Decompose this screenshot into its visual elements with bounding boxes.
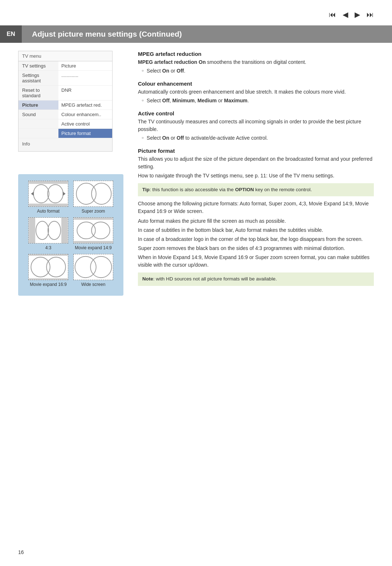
diagram-super-zoom: Super zoom <box>73 181 113 214</box>
svg-point-3 <box>48 185 63 203</box>
note-box: Note: with HD sources not all picture fo… <box>138 272 374 286</box>
svg-point-2 <box>33 185 49 203</box>
diagram-auto-format: Auto format <box>28 181 68 214</box>
prev-icon[interactable]: ◀ <box>343 10 348 19</box>
top-navigation: ⏮ ◀ ▶ ⏭ <box>329 10 374 19</box>
menu-row-tv-settings: TV settings Picture <box>19 61 112 71</box>
colour-heading: Colour enhancement <box>138 81 374 87</box>
svg-point-15 <box>91 222 110 239</box>
svg-marker-5 <box>63 192 66 196</box>
super-zoom-label: Super zoom <box>82 209 105 214</box>
super-zoom-frame <box>73 181 113 207</box>
svg-rect-8 <box>29 218 36 243</box>
menu-value-picture-format: Picture format <box>58 129 112 138</box>
menu-label-settings-assistant: Settings assistant <box>19 71 58 85</box>
info-label: Info <box>22 141 30 147</box>
svg-point-6 <box>76 183 96 204</box>
page-number: 16 <box>18 549 24 555</box>
page-title: Adjust picture menu settings (Continued) <box>22 25 392 43</box>
mpeg-body: MPEG artefact reduction On smoothens the… <box>138 58 374 66</box>
movie169-label: Movie expand 16:9 <box>30 282 66 287</box>
diagrams-background: Auto format Super zoom <box>18 174 123 296</box>
svg-point-10 <box>36 221 49 240</box>
menu-row-picture: Picture MPEG artefact red. <box>19 101 112 110</box>
tip-box: Tip: this function is also accessible vi… <box>138 183 374 196</box>
svg-point-19 <box>46 257 66 277</box>
svg-rect-1 <box>29 204 68 206</box>
picture-format-body6: In case of a broadcaster logo in the cor… <box>138 235 374 243</box>
mpeg-bullet-text: Select On or Off. <box>147 67 185 75</box>
diagram-row-3: Movie expand 16:9 Wide screen <box>23 254 118 287</box>
bullet-dot-1: ○ <box>142 68 144 73</box>
diagram-row-2: 4:3 Movie expand 14:9 <box>23 217 118 250</box>
menu-label-picture: Picture <box>19 101 58 110</box>
tv-menu-header: TV menu <box>19 51 112 61</box>
diagram-wide-screen: Wide screen <box>73 254 113 287</box>
auto-format-frame <box>28 181 68 207</box>
menu-label-sound: Sound <box>19 110 58 119</box>
svg-marker-4 <box>31 192 34 196</box>
picture-format-body7: Super zoom removes the black bars on the… <box>138 245 374 252</box>
active-heading: Active control <box>138 110 374 116</box>
language-badge: EN <box>0 25 22 43</box>
diagram-row-1: Auto format Super zoom <box>23 181 118 214</box>
svg-rect-0 <box>29 181 68 184</box>
wide-screen-frame <box>73 254 113 280</box>
active-bullet-text: Select On or Off to activate/de-activate… <box>147 134 268 142</box>
svg-point-7 <box>91 183 111 204</box>
picture-format-body1: This allows you to adjust the size of th… <box>138 155 374 171</box>
menu-label-empty1 <box>19 119 58 128</box>
menu-row-settings-assistant: Settings assistant ............. <box>19 71 112 86</box>
picture-format-heading: Picture format <box>138 148 374 154</box>
mpeg-bullet: ○ Select On or Off. <box>142 67 374 75</box>
picture-format-body3: Choose among the following picture forma… <box>138 200 374 215</box>
43-label: 4:3 <box>45 245 52 250</box>
svg-point-14 <box>77 222 95 239</box>
svg-point-21 <box>90 257 111 278</box>
colour-body: Automatically controls green enhancement… <box>138 88 374 96</box>
colour-bullet-text: Select Off, Minimum, Medium or Maximum. <box>147 97 249 104</box>
menu-value-dnr: DNR <box>58 86 112 100</box>
active-body: The TV continuously measures and correct… <box>138 118 374 133</box>
bullet-dot-3: ○ <box>142 135 144 140</box>
svg-point-20 <box>75 257 96 278</box>
diagram-movie-149: Movie expand 14:9 <box>73 217 113 250</box>
tv-menu-box: TV menu TV settings Picture Settings ass… <box>18 51 113 152</box>
menu-row-reset: Reset to standard DNR <box>19 86 112 101</box>
menu-value-dots: ............. <box>58 71 112 85</box>
colour-bullet: ○ Select Off, Minimum, Medium or Maximum… <box>142 97 374 104</box>
svg-rect-13 <box>74 241 113 243</box>
menu-value-colour: Colour enhancem.. <box>58 110 112 119</box>
menu-label-empty2 <box>19 129 58 138</box>
svg-rect-16 <box>29 254 68 256</box>
picture-format-diagrams: Auto format Super zoom <box>18 174 123 296</box>
menu-value-active: Active control <box>58 119 112 128</box>
menu-row-picture-format: Picture format <box>19 129 112 138</box>
menu-value-picture: Picture <box>58 61 112 70</box>
menu-row-sound: Sound Colour enhancem.. <box>19 110 112 119</box>
wide-screen-label: Wide screen <box>81 282 106 287</box>
movie149-label: Movie expand 14:9 <box>75 245 111 250</box>
movie149-frame <box>73 217 113 243</box>
picture-format-body4: Auto format makes the picture fill the s… <box>138 217 374 225</box>
menu-info-row: Info <box>19 138 112 151</box>
mpeg-heading: MPEG artefact reduction <box>138 51 374 57</box>
bullet-dot-2: ○ <box>142 98 144 103</box>
content-panel: MPEG artefact reduction MPEG artefact re… <box>138 51 374 537</box>
menu-label-tv-settings: TV settings <box>19 61 58 70</box>
svg-rect-17 <box>29 278 68 280</box>
svg-rect-12 <box>74 218 113 220</box>
picture-format-body8: When in Movie Expand 14:9, Movie Expand … <box>138 254 374 269</box>
diagram-movie-169: Movie expand 16:9 <box>28 254 68 287</box>
auto-format-label: Auto format <box>37 209 60 214</box>
menu-row-active: Active control <box>19 119 112 129</box>
skip-back-icon[interactable]: ⏮ <box>329 11 336 19</box>
svg-rect-9 <box>61 218 68 243</box>
skip-forward-icon[interactable]: ⏭ <box>367 11 374 19</box>
next-icon[interactable]: ▶ <box>355 10 360 19</box>
tv-menu-panel: TV menu TV settings Picture Settings ass… <box>18 51 123 152</box>
menu-value-mpeg: MPEG artefact red. <box>58 101 112 110</box>
43-frame <box>28 217 68 243</box>
picture-format-body2: How to navigate through the TV settings … <box>138 172 374 180</box>
active-bullet: ○ Select On or Off to activate/de-activa… <box>142 134 374 142</box>
